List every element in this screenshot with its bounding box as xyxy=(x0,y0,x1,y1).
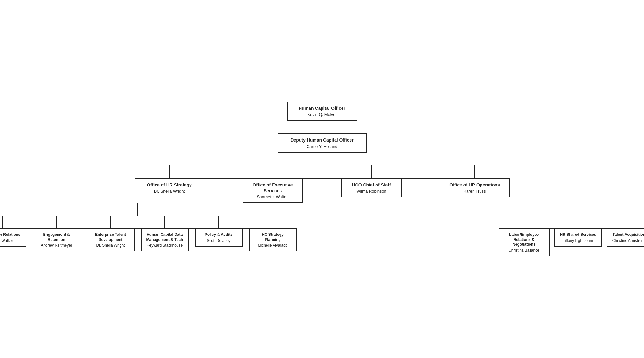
hr-strategy-title: Office of HR Strategy xyxy=(140,182,199,188)
cr-title: Customer Relations xyxy=(0,232,21,237)
hco-chief-name: Wilma Robinson xyxy=(346,189,397,193)
deputy-name: Carrie Y. Holland xyxy=(283,144,362,149)
labor-relations-box: Labor/Employee Relations & Negotiations … xyxy=(499,228,550,256)
hc-data-box: Human Capital Data Management & Tech Hey… xyxy=(141,228,189,251)
v-cr xyxy=(2,216,3,228)
hr-ops-box: Office of HR Operations Karen Truss xyxy=(440,178,510,197)
l4-hr-ops-row: Labor/Employee Relations & Negotiations … xyxy=(499,216,644,256)
connector-hco-deputy xyxy=(322,121,322,133)
l3-horizontal-line xyxy=(170,178,475,179)
pa-title: Policy & Audits xyxy=(200,232,238,237)
l3-row-container: Office of HR Strategy Dr. Sheila Wright … xyxy=(135,165,510,203)
v-hcd xyxy=(164,216,165,228)
hr-ops-col: Office of HR Operations Karen Truss xyxy=(440,165,510,197)
v-pa xyxy=(218,216,219,228)
policy-audits-col: Policy & Audits Scott Delaney xyxy=(195,216,243,247)
hcsp-name: Michelle Alvarado xyxy=(254,243,292,248)
lr-name: Christina Ballance xyxy=(504,248,544,253)
v-hss xyxy=(578,216,578,228)
et-name: Dr. Sheila Wright xyxy=(92,243,129,248)
l4-hr-strategy-hline xyxy=(3,228,273,229)
hco-chief-col: HCO Chief of Staff Wilma Robinson xyxy=(341,165,402,197)
engagement-col: Engagement & Retention Andrew Reitmeyer xyxy=(33,216,80,251)
connector-to-hr-strategy xyxy=(169,165,170,178)
hr-strategy-children: Customer Relations Keith Walker Engageme… xyxy=(0,203,290,251)
er-title: Engagement & Retention xyxy=(38,232,75,242)
connector-to-hco-chief xyxy=(371,165,372,178)
v-lr xyxy=(524,216,524,228)
cr-name: Keith Walker xyxy=(0,238,21,243)
customer-relations-box: Customer Relations Keith Walker xyxy=(0,228,26,247)
hc-data-col: Human Capital Data Management & Tech Hey… xyxy=(141,216,189,251)
connector-to-hr-ops xyxy=(474,165,475,178)
org-chart: Human Capital Officer Kevin Q. McIver De… xyxy=(0,89,644,269)
ta-title: Talent Acquisition xyxy=(612,232,644,237)
hco-box: Human Capital Officer Kevin Q. McIver xyxy=(287,102,357,121)
hr-ops-title: Office of HR Operations xyxy=(445,182,505,188)
connector-to-exec-services xyxy=(273,165,273,178)
engagement-box: Engagement & Retention Andrew Reitmeyer xyxy=(33,228,80,251)
customer-relations-col: Customer Relations Keith Walker xyxy=(0,216,26,247)
hr-shared-col: HR Shared Services Tiffany Lightbourn xyxy=(554,216,602,247)
exec-services-name: Sharnetta Walton xyxy=(248,194,298,199)
hr-strategy-box: Office of HR Strategy Dr. Sheila Wright xyxy=(135,178,204,197)
connector-strategy-to-l4 xyxy=(137,203,138,216)
connector-deputy-l3 xyxy=(322,153,322,165)
enterprise-talent-box: Enterprise Talent Development Dr. Sheila… xyxy=(87,228,135,251)
l4-section: Customer Relations Keith Walker Engageme… xyxy=(0,203,644,256)
policy-audits-box: Policy & Audits Scott Delaney xyxy=(195,228,243,247)
v-hcsp xyxy=(273,216,273,228)
hco-chief-title: HCO Chief of Staff xyxy=(346,182,397,188)
l3-section: Office of HR Strategy Dr. Sheila Wright … xyxy=(0,165,644,256)
hcd-title: Human Capital Data Management & Tech xyxy=(146,232,184,242)
hco-title: Human Capital Officer xyxy=(292,105,352,111)
exec-services-title: Office of Executive Services xyxy=(248,182,298,193)
exec-services-box: Office of Executive Services Sharnetta W… xyxy=(243,178,303,203)
er-name: Andrew Reitmeyer xyxy=(38,243,75,248)
et-title: Enterprise Talent Development xyxy=(92,232,129,242)
pa-name: Scott Delaney xyxy=(200,238,238,243)
talent-acquisition-box: Talent Acquisition Christine Armstrong xyxy=(607,228,644,247)
talent-acquisition-col: Talent Acquisition Christine Armstrong xyxy=(607,216,644,247)
hr-shared-box: HR Shared Services Tiffany Lightbourn xyxy=(554,228,602,247)
deputy-title: Deputy Human Capital Officer xyxy=(283,137,362,143)
hc-strategy-planning-box: HC Strategy Planning Michelle Alvarado xyxy=(249,228,297,251)
hcsp-title: HC Strategy Planning xyxy=(254,232,292,242)
exec-services-col: Office of Executive Services Sharnetta W… xyxy=(243,165,303,203)
hc-strategy-planning-col: HC Strategy Planning Michelle Alvarado xyxy=(249,216,297,251)
enterprise-talent-col: Enterprise Talent Development Dr. Sheila… xyxy=(87,216,135,251)
lr-title: Labor/Employee Relations & Negotiations xyxy=(504,232,544,247)
v-er xyxy=(56,216,57,228)
labor-relations-col: Labor/Employee Relations & Negotiations … xyxy=(499,216,550,256)
v-ta xyxy=(629,216,629,228)
ta-name: Christine Armstrong xyxy=(612,238,644,243)
connector-ops-to-l4 xyxy=(575,203,575,216)
hss-title: HR Shared Services xyxy=(559,232,597,237)
hr-ops-children: Labor/Employee Relations & Negotiations … xyxy=(491,203,644,256)
hco-chief-box: HCO Chief of Staff Wilma Robinson xyxy=(341,178,402,197)
deputy-box: Deputy Human Capital Officer Carrie Y. H… xyxy=(278,133,367,152)
hr-ops-name: Karen Truss xyxy=(445,189,505,193)
hco-node: Human Capital Officer Kevin Q. McIver xyxy=(287,102,357,133)
hco-name: Kevin Q. McIver xyxy=(292,112,352,117)
hcd-name: Heyward Stackhouse xyxy=(146,243,184,248)
v-et xyxy=(110,216,111,228)
deputy-node: Deputy Human Capital Officer Carrie Y. H… xyxy=(278,133,367,165)
l4-hr-strategy-row: Customer Relations Keith Walker Engageme… xyxy=(0,216,297,251)
hr-strategy-name: Dr. Sheila Wright xyxy=(140,189,199,193)
l4-hr-ops-hline xyxy=(524,228,629,229)
hr-strategy-col: Office of HR Strategy Dr. Sheila Wright xyxy=(135,165,204,197)
hss-name: Tiffany Lightbourn xyxy=(559,238,597,243)
